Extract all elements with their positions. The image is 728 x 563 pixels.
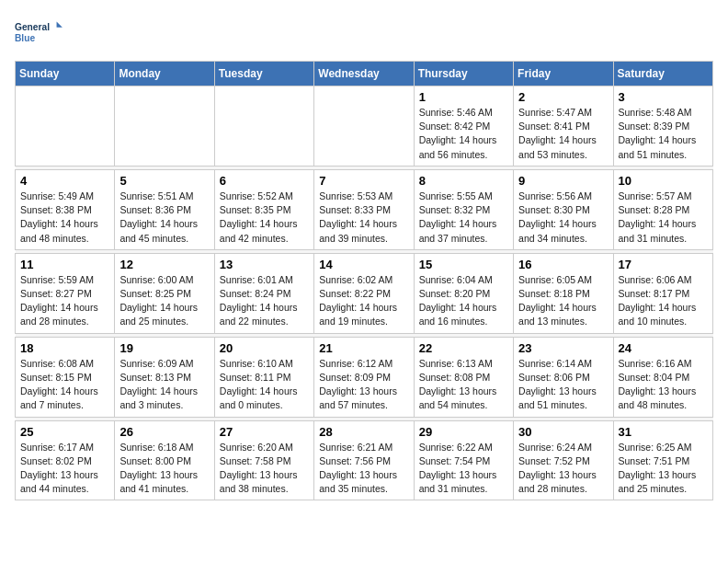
day-number: 23 <box>518 341 608 355</box>
calendar-cell: 11Sunrise: 5:59 AM Sunset: 8:27 PM Dayli… <box>16 253 115 333</box>
svg-marker-2 <box>57 21 63 27</box>
day-info: Sunrise: 5:47 AM Sunset: 8:41 PM Dayligh… <box>518 106 608 162</box>
day-info: Sunrise: 6:13 AM Sunset: 8:08 PM Dayligh… <box>419 357 508 413</box>
svg-text:Blue: Blue <box>15 33 35 43</box>
day-number: 13 <box>220 258 309 271</box>
calendar-cell: 28Sunrise: 6:21 AM Sunset: 7:56 PM Dayli… <box>314 420 414 500</box>
calendar-week-row: 18Sunrise: 6:08 AM Sunset: 8:15 PM Dayli… <box>16 337 713 417</box>
day-number: 8 <box>419 174 508 188</box>
calendar-week-row: 11Sunrise: 5:59 AM Sunset: 8:27 PM Dayli… <box>16 253 713 333</box>
weekday-header: Saturday <box>613 62 712 86</box>
day-info: Sunrise: 6:08 AM Sunset: 8:15 PM Dayligh… <box>20 357 109 413</box>
day-number: 24 <box>619 341 708 355</box>
calendar-cell: 5Sunrise: 5:51 AM Sunset: 8:36 PM Daylig… <box>115 169 214 249</box>
day-info: Sunrise: 5:55 AM Sunset: 8:32 PM Dayligh… <box>419 190 508 246</box>
day-info: Sunrise: 6:18 AM Sunset: 8:00 PM Dayligh… <box>119 441 209 497</box>
day-info: Sunrise: 6:00 AM Sunset: 8:25 PM Dayligh… <box>119 273 209 329</box>
calendar-cell: 20Sunrise: 6:10 AM Sunset: 8:11 PM Dayli… <box>214 337 313 417</box>
day-info: Sunrise: 6:16 AM Sunset: 8:04 PM Dayligh… <box>619 357 708 413</box>
day-info: Sunrise: 6:21 AM Sunset: 7:56 PM Dayligh… <box>319 441 408 497</box>
calendar-cell: 21Sunrise: 6:12 AM Sunset: 8:09 PM Dayli… <box>314 337 414 417</box>
day-info: Sunrise: 5:53 AM Sunset: 8:33 PM Dayligh… <box>319 190 408 246</box>
calendar-cell: 4Sunrise: 5:49 AM Sunset: 8:38 PM Daylig… <box>16 169 115 249</box>
calendar-cell: 17Sunrise: 6:06 AM Sunset: 8:17 PM Dayli… <box>613 253 712 333</box>
day-number: 5 <box>119 174 209 188</box>
calendar-cell: 9Sunrise: 5:56 AM Sunset: 8:30 PM Daylig… <box>514 169 613 249</box>
logo-icon: General Blue <box>15 15 65 52</box>
calendar-cell: 14Sunrise: 6:02 AM Sunset: 8:22 PM Dayli… <box>314 253 414 333</box>
day-info: Sunrise: 6:01 AM Sunset: 8:24 PM Dayligh… <box>220 273 309 329</box>
calendar-week-row: 4Sunrise: 5:49 AM Sunset: 8:38 PM Daylig… <box>16 169 713 249</box>
day-number: 28 <box>319 425 408 439</box>
day-info: Sunrise: 5:56 AM Sunset: 8:30 PM Dayligh… <box>518 190 608 246</box>
day-number: 22 <box>419 341 508 355</box>
calendar-cell: 31Sunrise: 6:25 AM Sunset: 7:51 PM Dayli… <box>613 420 712 500</box>
day-info: Sunrise: 5:57 AM Sunset: 8:28 PM Dayligh… <box>619 190 708 246</box>
day-number: 11 <box>20 258 109 271</box>
weekday-header: Wednesday <box>314 62 414 86</box>
day-info: Sunrise: 5:52 AM Sunset: 8:35 PM Dayligh… <box>220 190 309 246</box>
calendar-cell: 3Sunrise: 5:48 AM Sunset: 8:39 PM Daylig… <box>613 86 712 167</box>
day-info: Sunrise: 5:59 AM Sunset: 8:27 PM Dayligh… <box>20 273 109 329</box>
day-info: Sunrise: 6:25 AM Sunset: 7:51 PM Dayligh… <box>619 441 708 497</box>
logo: General Blue <box>15 15 65 52</box>
calendar-cell: 30Sunrise: 6:24 AM Sunset: 7:52 PM Dayli… <box>514 420 613 500</box>
calendar-cell: 10Sunrise: 5:57 AM Sunset: 8:28 PM Dayli… <box>613 169 712 249</box>
page-header: General Blue <box>15 15 713 52</box>
day-number: 7 <box>319 174 408 188</box>
calendar-cell: 8Sunrise: 5:55 AM Sunset: 8:32 PM Daylig… <box>414 169 513 249</box>
calendar-cell: 1Sunrise: 5:46 AM Sunset: 8:42 PM Daylig… <box>414 86 513 167</box>
day-info: Sunrise: 5:49 AM Sunset: 8:38 PM Dayligh… <box>20 190 109 246</box>
calendar-week-row: 1Sunrise: 5:46 AM Sunset: 8:42 PM Daylig… <box>16 86 713 167</box>
day-info: Sunrise: 5:51 AM Sunset: 8:36 PM Dayligh… <box>119 190 209 246</box>
day-number: 6 <box>220 174 309 188</box>
calendar-cell: 22Sunrise: 6:13 AM Sunset: 8:08 PM Dayli… <box>414 337 513 417</box>
day-number: 12 <box>119 258 209 271</box>
weekday-header: Thursday <box>414 62 513 86</box>
weekday-header: Friday <box>514 62 613 86</box>
calendar-cell <box>314 86 414 167</box>
day-info: Sunrise: 6:06 AM Sunset: 8:17 PM Dayligh… <box>619 273 708 329</box>
day-info: Sunrise: 6:09 AM Sunset: 8:13 PM Dayligh… <box>119 357 209 413</box>
day-number: 9 <box>518 174 608 188</box>
day-info: Sunrise: 6:02 AM Sunset: 8:22 PM Dayligh… <box>319 273 408 329</box>
day-info: Sunrise: 6:04 AM Sunset: 8:20 PM Dayligh… <box>419 273 508 329</box>
calendar-cell: 6Sunrise: 5:52 AM Sunset: 8:35 PM Daylig… <box>214 169 313 249</box>
day-number: 1 <box>419 90 508 104</box>
day-number: 16 <box>518 258 608 271</box>
day-info: Sunrise: 6:14 AM Sunset: 8:06 PM Dayligh… <box>518 357 608 413</box>
calendar-cell: 15Sunrise: 6:04 AM Sunset: 8:20 PM Dayli… <box>414 253 513 333</box>
calendar-cell: 27Sunrise: 6:20 AM Sunset: 7:58 PM Dayli… <box>214 420 313 500</box>
day-info: Sunrise: 5:48 AM Sunset: 8:39 PM Dayligh… <box>619 106 708 162</box>
day-number: 3 <box>619 90 708 104</box>
day-number: 15 <box>419 258 508 271</box>
svg-text:General: General <box>15 22 50 32</box>
day-number: 25 <box>20 425 109 439</box>
calendar-cell: 24Sunrise: 6:16 AM Sunset: 8:04 PM Dayli… <box>613 337 712 417</box>
day-number: 29 <box>419 425 508 439</box>
day-number: 19 <box>119 341 209 355</box>
day-info: Sunrise: 6:10 AM Sunset: 8:11 PM Dayligh… <box>220 357 309 413</box>
day-number: 14 <box>319 258 408 271</box>
day-number: 21 <box>319 341 408 355</box>
day-number: 17 <box>619 258 708 271</box>
calendar-cell: 23Sunrise: 6:14 AM Sunset: 8:06 PM Dayli… <box>514 337 613 417</box>
day-number: 2 <box>518 90 608 104</box>
weekday-header: Sunday <box>16 62 115 86</box>
weekday-header: Monday <box>115 62 214 86</box>
day-info: Sunrise: 5:46 AM Sunset: 8:42 PM Dayligh… <box>419 106 508 162</box>
calendar-cell: 19Sunrise: 6:09 AM Sunset: 8:13 PM Dayli… <box>115 337 214 417</box>
day-number: 18 <box>20 341 109 355</box>
day-info: Sunrise: 6:22 AM Sunset: 7:54 PM Dayligh… <box>419 441 508 497</box>
day-info: Sunrise: 6:12 AM Sunset: 8:09 PM Dayligh… <box>319 357 408 413</box>
day-number: 20 <box>220 341 309 355</box>
calendar-cell: 26Sunrise: 6:18 AM Sunset: 8:00 PM Dayli… <box>115 420 214 500</box>
day-info: Sunrise: 6:05 AM Sunset: 8:18 PM Dayligh… <box>518 273 608 329</box>
calendar-cell: 2Sunrise: 5:47 AM Sunset: 8:41 PM Daylig… <box>514 86 613 167</box>
calendar-table: SundayMondayTuesdayWednesdayThursdayFrid… <box>15 61 713 500</box>
calendar-header-row: SundayMondayTuesdayWednesdayThursdayFrid… <box>16 62 713 86</box>
calendar-cell <box>16 86 115 167</box>
calendar-cell: 25Sunrise: 6:17 AM Sunset: 8:02 PM Dayli… <box>16 420 115 500</box>
day-number: 4 <box>20 174 109 188</box>
day-number: 27 <box>220 425 309 439</box>
